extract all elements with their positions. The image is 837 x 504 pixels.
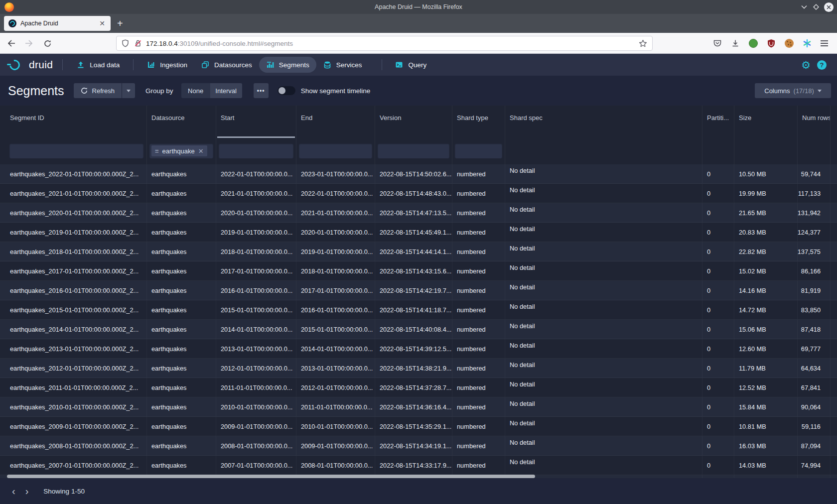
horizontal-scrollbar-thumb[interactable]: [7, 475, 535, 478]
cell-num-rows: 137,575: [798, 242, 831, 261]
table-row[interactable]: earthquakes_2018-01-01T00:00:00.000Z_2..…: [0, 242, 837, 261]
column-header-segment-id[interactable]: Segment ID: [0, 106, 147, 138]
remove-tag-icon[interactable]: ✕: [198, 147, 204, 155]
tab-close-icon[interactable]: ✕: [98, 19, 106, 27]
cell-start: 2007-01-01T00:00:00.0...: [216, 456, 296, 475]
cell-size: 14.16 MB: [734, 281, 798, 300]
group-by-none-button[interactable]: None: [181, 83, 210, 98]
cell-start: 2017-01-01T00:00:00.0...: [216, 261, 296, 280]
table-row[interactable]: earthquakes_2016-01-01T00:00:00.000Z_2..…: [0, 281, 837, 300]
table-row[interactable]: earthquakes_2009-01-01T00:00:00.000Z_2..…: [0, 417, 837, 436]
nav-item-segments[interactable]: Segments: [259, 57, 316, 73]
url-bar[interactable]: 172.18.0.4:30109/unified-console.html#se…: [116, 36, 653, 51]
segment-timeline-toggle[interactable]: [278, 86, 295, 95]
filter-input-shard-type[interactable]: [455, 143, 502, 158]
columns-button[interactable]: Columns (17/18): [755, 83, 831, 98]
window-close-button[interactable]: [824, 2, 834, 12]
cell-end: 2015-01-01T00:00:00.0...: [296, 320, 375, 339]
column-header-size[interactable]: Size: [734, 106, 798, 138]
cell-filler: [831, 203, 837, 222]
segments-table: Segment ID Datasource Start End Version …: [0, 106, 837, 478]
filter-input-start[interactable]: [219, 143, 293, 158]
table-row[interactable]: earthquakes_2011-01-01T00:00:00.000Z_2..…: [0, 378, 837, 397]
column-header-partition[interactable]: Partiti...: [702, 106, 734, 138]
filter-input-end[interactable]: [299, 143, 372, 158]
cell-segment-id: earthquakes_2010-01-01T00:00:00.000Z_2..…: [0, 397, 147, 416]
back-button[interactable]: [5, 37, 17, 49]
bookmark-star-icon[interactable]: [639, 39, 647, 48]
table-row[interactable]: earthquakes_2015-01-01T00:00:00.000Z_2..…: [0, 300, 837, 320]
cell-start: 2016-01-01T00:00:00.0...: [216, 281, 296, 300]
column-header-datasource[interactable]: Datasource: [147, 106, 216, 138]
table-row[interactable]: earthquakes_2021-01-01T00:00:00.000Z_2..…: [0, 184, 837, 203]
datasource-filter-tag[interactable]: =earthquake✕: [151, 145, 207, 156]
extension-privacy-icon[interactable]: [749, 39, 758, 48]
group-by-interval-button[interactable]: Interval: [210, 83, 242, 98]
table-row[interactable]: earthquakes_2019-01-01T00:00:00.000Z_2..…: [0, 223, 837, 242]
table-row[interactable]: earthquakes_2022-01-01T00:00:00.000Z_2..…: [0, 164, 837, 184]
table-row[interactable]: earthquakes_2008-01-01T00:00:00.000Z_2..…: [0, 436, 837, 456]
cell-segment-id: earthquakes_2017-01-01T00:00:00.000Z_2..…: [0, 261, 147, 280]
nav-item-query[interactable]: Query: [388, 57, 433, 73]
settings-gear-icon[interactable]: ⚙: [801, 60, 811, 70]
reload-button[interactable]: [41, 37, 53, 49]
nav-item-services[interactable]: Services: [316, 57, 369, 73]
cell-end: 2020-01-01T00:00:00.0...: [296, 223, 375, 242]
pocket-icon[interactable]: [713, 39, 722, 48]
cell-size: 21.65 MB: [734, 203, 798, 222]
table-body: earthquakes_2022-01-01T00:00:00.000Z_2..…: [0, 164, 837, 478]
page-header: Segments Refresh Group by None Interval …: [0, 76, 837, 106]
extension-ublock-icon[interactable]: [767, 39, 776, 48]
table-row[interactable]: earthquakes_2020-01-01T00:00:00.000Z_2..…: [0, 203, 837, 223]
new-tab-button[interactable]: +: [117, 18, 123, 29]
table-row[interactable]: earthquakes_2014-01-01T00:00:00.000Z_2..…: [0, 320, 837, 339]
cell-filler: [831, 223, 837, 242]
insecure-lock-icon[interactable]: [134, 39, 142, 47]
nav-item-datasources[interactable]: Datasources: [194, 57, 259, 73]
forward-button[interactable]: [23, 37, 35, 49]
refresh-icon: [81, 87, 88, 94]
cell-start: 2020-01-01T00:00:00.0...: [216, 203, 296, 222]
cell-shard-spec: No detail: [505, 359, 702, 378]
filter-input-version[interactable]: [378, 143, 449, 158]
cell-version: 2022-08-15T14:47:13.5...: [375, 203, 452, 222]
downloads-icon[interactable]: [731, 39, 740, 48]
refresh-button[interactable]: Refresh: [74, 83, 122, 98]
table-row[interactable]: earthquakes_2012-01-01T00:00:00.000Z_2..…: [0, 359, 837, 378]
cell-shard-type: numbered: [452, 436, 505, 455]
cell-num-rows: 131,942: [798, 203, 831, 222]
next-page-button[interactable]: ›: [25, 486, 29, 496]
refresh-dropdown-button[interactable]: [122, 83, 135, 98]
column-header-start[interactable]: Start: [216, 106, 296, 138]
extension-asterisk-icon[interactable]: [803, 39, 812, 48]
filter-input-datasource[interactable]: =earthquake✕: [149, 143, 213, 158]
column-header-end[interactable]: End: [296, 106, 375, 138]
cell-filler: [831, 281, 837, 300]
column-header-shard-spec[interactable]: Shard spec: [505, 106, 702, 138]
table-row[interactable]: earthquakes_2007-01-01T00:00:00.000Z_2..…: [0, 456, 837, 475]
table-row[interactable]: earthquakes_2013-01-01T00:00:00.000Z_2..…: [0, 339, 837, 359]
table-row[interactable]: earthquakes_2010-01-01T00:00:00.000Z_2..…: [0, 397, 837, 417]
filter-input-segment-id[interactable]: [9, 143, 143, 158]
tracking-shield-icon[interactable]: [122, 39, 129, 47]
menu-icon[interactable]: [821, 40, 828, 46]
cell-shard-spec: No detail: [505, 320, 702, 339]
more-options-button[interactable]: •••: [254, 83, 269, 98]
cell-filler: [831, 300, 837, 319]
druid-logo[interactable]: druid: [8, 59, 53, 71]
window-minimize-button[interactable]: [800, 3, 808, 11]
cell-partition: 0: [702, 456, 734, 475]
nav-item-load-data[interactable]: Load data: [70, 57, 127, 73]
window-maximize-button[interactable]: [812, 3, 820, 11]
column-header-version[interactable]: Version: [375, 106, 452, 138]
column-header-shard-type[interactable]: Shard type: [452, 106, 505, 138]
help-icon[interactable]: ?: [817, 60, 827, 70]
browser-tab[interactable]: Apache Druid ✕: [4, 16, 111, 31]
cell-num-rows: 59,116: [798, 417, 831, 436]
nav-item-ingestion[interactable]: Ingestion: [140, 57, 194, 73]
table-filter-row: =earthquake✕: [0, 138, 837, 164]
table-row[interactable]: earthquakes_2017-01-01T00:00:00.000Z_2..…: [0, 261, 837, 281]
extension-cookie-icon[interactable]: [785, 39, 794, 48]
previous-page-button[interactable]: ‹: [12, 486, 15, 496]
column-header-num-rows[interactable]: Num rows: [798, 106, 831, 138]
